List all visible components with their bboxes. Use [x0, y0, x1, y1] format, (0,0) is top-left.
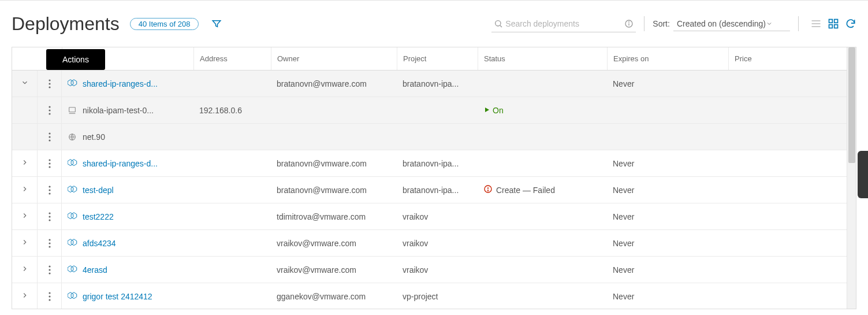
deployment-name-link[interactable]: grigor test 2412412: [83, 292, 152, 301]
col-owner[interactable]: Owner: [271, 47, 397, 70]
svg-point-12: [49, 79, 50, 81]
deployment-name-link[interactable]: afds4234: [83, 239, 116, 248]
svg-point-57: [49, 299, 50, 301]
svg-marker-54: [71, 265, 77, 272]
svg-marker-36: [71, 186, 77, 192]
cell-project: bratanovn-ipa...: [397, 79, 478, 88]
error-icon: [483, 184, 493, 195]
chevron-down-icon: [766, 20, 773, 27]
table-child-row[interactable]: net.90: [12, 124, 856, 150]
row-actions-menu[interactable]: [49, 106, 51, 115]
grid-view-icon[interactable]: [828, 18, 839, 29]
separator: [644, 16, 645, 31]
svg-point-45: [49, 239, 50, 240]
table-row[interactable]: test-depl bratanovn@vmware.com bratanovn…: [12, 177, 856, 203]
side-drawer-handle[interactable]: [858, 151, 868, 198]
table-row[interactable]: shared-ip-ranges-d... bratanovn@vmware.c…: [12, 150, 856, 177]
svg-point-28: [49, 162, 50, 164]
svg-point-14: [49, 86, 50, 88]
svg-point-46: [49, 242, 50, 244]
cell-owner: bratanovn@vmware.com: [271, 79, 397, 88]
search-icon: [494, 19, 503, 28]
col-status[interactable]: Status: [478, 47, 607, 70]
deployment-name-link[interactable]: test-depl: [83, 186, 114, 195]
deployment-name-link[interactable]: test2222: [83, 212, 114, 221]
expand-icon[interactable]: [21, 238, 29, 248]
svg-point-42: [49, 219, 50, 221]
deployment-name-link[interactable]: shared-ip-ranges-d...: [83, 159, 158, 168]
resource-name: net.90: [83, 132, 105, 142]
resource-name: nikola-ipam-test-0...: [83, 106, 154, 115]
deployment-name-link[interactable]: 4erasd: [83, 265, 107, 275]
table-row[interactable]: shared-ip-ranges-d... bratanovn@vmware.c…: [12, 71, 856, 97]
deployments-grid: Address Owner Project Status Expires on …: [12, 47, 856, 309]
vm-icon: [68, 106, 77, 115]
network-icon: [68, 132, 77, 142]
table-row[interactable]: 4erasd vraikov@vmware.com vraikov Never: [12, 257, 856, 283]
col-project[interactable]: Project: [397, 47, 478, 70]
svg-point-4: [629, 21, 629, 22]
row-actions-menu[interactable]: [49, 159, 51, 168]
search-input[interactable]: [503, 17, 624, 31]
expand-icon[interactable]: [21, 212, 29, 221]
svg-point-40: [49, 212, 50, 214]
separator: [798, 16, 799, 31]
expand-icon[interactable]: [21, 185, 29, 195]
svg-point-50: [49, 265, 50, 267]
row-actions-menu[interactable]: [49, 265, 51, 275]
cell-expires: Never: [607, 79, 728, 88]
svg-point-29: [49, 166, 50, 168]
refresh-icon[interactable]: [845, 18, 856, 29]
svg-point-34: [49, 192, 50, 194]
deployment-name-link[interactable]: shared-ip-ranges-d...: [83, 79, 158, 88]
top-bar: Deployments 40 Items of 208 Sort:: [0, 1, 868, 47]
svg-point-24: [49, 136, 50, 138]
sort-select[interactable]: Created on (descending): [673, 17, 790, 31]
svg-point-33: [49, 189, 50, 191]
collapse-icon[interactable]: [21, 79, 29, 88]
deployment-icon: [68, 238, 78, 249]
deployment-icon: [68, 185, 78, 195]
row-actions-menu[interactable]: [49, 186, 51, 195]
svg-rect-10: [829, 25, 833, 28]
sort-value: Created on (descending): [677, 19, 766, 28]
item-count-pill[interactable]: 40 Items of 208: [130, 18, 199, 30]
cell-address: 192.168.0.6: [193, 106, 271, 115]
svg-point-55: [49, 292, 50, 294]
actions-tooltip: Actions: [46, 49, 105, 70]
table-row[interactable]: grigor test 2412412 gganekov@vmware.com …: [12, 283, 856, 309]
svg-point-18: [49, 109, 50, 111]
filter-icon[interactable]: [211, 18, 222, 29]
svg-marker-22: [485, 108, 489, 112]
row-actions-menu[interactable]: [49, 79, 51, 88]
svg-rect-11: [835, 25, 838, 28]
deployment-icon: [68, 212, 78, 222]
svg-point-51: [49, 269, 50, 270]
col-address[interactable]: Address: [193, 47, 271, 70]
row-actions-menu[interactable]: [49, 212, 51, 221]
search-input-wrap: [491, 16, 636, 32]
svg-marker-59: [71, 292, 77, 298]
row-actions-menu[interactable]: [49, 132, 51, 142]
col-price[interactable]: Price: [728, 47, 844, 70]
svg-point-52: [49, 272, 50, 274]
table-row[interactable]: afds4234 vraikov@vmware.com vraikov Neve…: [12, 230, 856, 257]
svg-point-25: [49, 139, 50, 141]
svg-point-32: [49, 186, 50, 187]
expand-icon[interactable]: [21, 158, 29, 168]
row-actions-menu[interactable]: [49, 292, 51, 301]
row-actions-menu[interactable]: [49, 239, 51, 248]
play-icon: [483, 106, 490, 115]
svg-point-39: [487, 190, 488, 191]
expand-icon[interactable]: [21, 265, 29, 275]
expand-icon[interactable]: [21, 291, 29, 301]
vertical-scrollbar[interactable]: [847, 47, 856, 309]
svg-point-47: [49, 246, 50, 247]
table-child-row[interactable]: nikola-ipam-test-0... 192.168.0.6 On: [12, 97, 856, 124]
col-expires[interactable]: Expires on: [607, 47, 728, 70]
list-view-icon[interactable]: [810, 18, 822, 29]
info-icon[interactable]: [624, 19, 634, 28]
svg-point-17: [49, 106, 50, 108]
table-row[interactable]: test2222 tdimitrova@vmware.com vraikov N…: [12, 203, 856, 230]
svg-point-19: [49, 113, 50, 114]
